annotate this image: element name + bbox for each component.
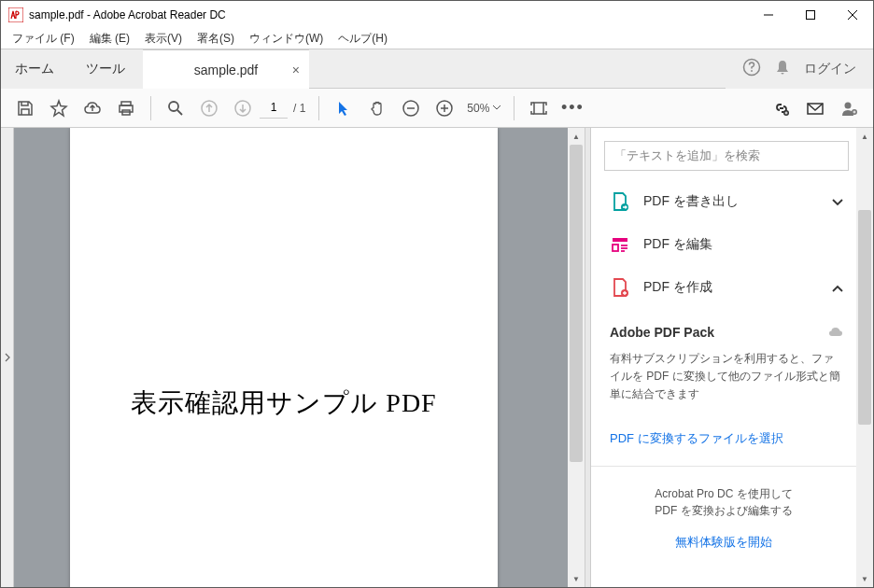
save-button[interactable]: [8, 90, 42, 127]
menu-help[interactable]: ヘルプ(H): [331, 29, 395, 49]
tab-file-label: sample.pdf: [194, 63, 258, 77]
page-total: / 1: [293, 102, 305, 115]
dots-icon: •••: [561, 98, 585, 118]
help-icon[interactable]: [742, 58, 761, 80]
tab-home[interactable]: ホーム: [1, 49, 68, 89]
left-panel-handle[interactable]: [1, 128, 14, 587]
promo-trial-link[interactable]: 無料体験版を開始: [600, 534, 847, 551]
fit-page-button[interactable]: [522, 90, 556, 127]
svg-rect-8: [120, 105, 133, 112]
chevron-up-icon: [832, 279, 843, 296]
cloud-small-icon: [828, 324, 843, 341]
zoom-out-button[interactable]: [394, 90, 428, 127]
panel-divider[interactable]: [585, 128, 591, 587]
menu-edit[interactable]: 編集 (E): [82, 29, 137, 49]
zoom-select[interactable]: 50%: [467, 102, 500, 115]
scroll-up-icon[interactable]: ▲: [568, 128, 585, 145]
document-viewer[interactable]: 表示確認用サンプル PDF: [14, 128, 568, 587]
svg-rect-19: [534, 103, 543, 114]
scroll-up-icon[interactable]: ▲: [856, 128, 873, 145]
share-link-button[interactable]: [765, 90, 798, 127]
panel-item-label: PDF を作成: [643, 279, 819, 296]
scroll-track[interactable]: [568, 145, 585, 570]
pack-title: Adobe PDF Pack: [610, 325, 714, 340]
minimize-button[interactable]: [747, 1, 789, 29]
scroll-track[interactable]: [856, 145, 873, 570]
login-link[interactable]: ログイン: [804, 61, 856, 77]
promo-text-2: PDF を変換および編集する: [600, 502, 847, 519]
email-button[interactable]: [798, 90, 832, 127]
create-pdf-icon: [610, 277, 630, 298]
zoom-in-button[interactable]: [428, 90, 461, 127]
more-tools-button[interactable]: •••: [556, 90, 589, 127]
tab-tool[interactable]: ツール: [68, 49, 143, 89]
viewer-scrollbar[interactable]: ▲ ▼: [568, 128, 585, 587]
svg-point-10: [169, 102, 178, 111]
tabs-row: ホーム ツール sample.pdf × ログイン: [1, 49, 873, 89]
svg-point-22: [845, 102, 852, 108]
svg-rect-26: [613, 245, 618, 251]
side-scrollbar[interactable]: ▲ ▼: [856, 128, 873, 587]
tools-search-input[interactable]: 「テキストを追加」を検索: [604, 141, 849, 171]
scroll-down-icon[interactable]: ▼: [856, 570, 873, 587]
side-panel: 「テキストを追加」を検索 PDF を書き出し PDF を編集 PDF を作成: [591, 128, 873, 587]
cloud-button[interactable]: [76, 90, 109, 127]
adobe-pdf-pack-section: Adobe PDF Pack 有料サブスクリプションを利用すると、ファイルを P…: [604, 324, 849, 447]
header-right-controls: ログイン: [726, 49, 873, 89]
menubar: ファイル (F) 編集 (E) 表示(V) 署名(S) ウィンドウ(W) ヘルプ…: [1, 29, 873, 49]
page-number-input[interactable]: [260, 98, 288, 119]
maximize-button[interactable]: [789, 1, 831, 29]
next-page-button[interactable]: [226, 90, 260, 127]
svg-rect-25: [613, 238, 627, 242]
panel-create-pdf[interactable]: PDF を作成: [604, 266, 849, 309]
tab-close-icon[interactable]: ×: [292, 63, 300, 77]
side-content: 「テキストを追加」を検索 PDF を書き出し PDF を編集 PDF を作成: [591, 128, 856, 587]
chevron-down-icon: [493, 105, 500, 110]
panel-item-label: PDF を書き出し: [643, 193, 819, 210]
pointer-tool[interactable]: [327, 90, 360, 127]
search-placeholder: 「テキストを追加」を検索: [614, 147, 760, 164]
scroll-thumb[interactable]: [570, 145, 583, 462]
menu-window[interactable]: ウィンドウ(W): [242, 29, 331, 49]
star-button[interactable]: [42, 90, 76, 127]
app-icon: [8, 7, 23, 22]
tabs-spacer: [309, 49, 726, 89]
promo-section: Acrobat Pro DC を使用して PDF を変換および編集する 無料体験…: [591, 466, 856, 566]
tab-file-active[interactable]: sample.pdf ×: [143, 49, 309, 89]
prev-page-button[interactable]: [192, 90, 226, 127]
menu-sign[interactable]: 署名(S): [190, 29, 242, 49]
print-button[interactable]: [109, 90, 143, 127]
toolbar: / 1 50% •••: [1, 89, 873, 128]
toolbar-separator: [150, 96, 151, 120]
close-button[interactable]: [831, 1, 873, 29]
content-area: 表示確認用サンプル PDF ▲ ▼ 「テキストを追加」を検索 PDF を書き出し…: [1, 128, 873, 587]
pdf-text: 表示確認用サンプル PDF: [70, 385, 498, 421]
panel-edit-pdf[interactable]: PDF を編集: [604, 223, 849, 266]
panel-export-pdf[interactable]: PDF を書き出し: [604, 180, 849, 223]
pdf-page: 表示確認用サンプル PDF: [70, 128, 498, 587]
bell-icon[interactable]: [774, 59, 791, 79]
pack-description: 有料サブスクリプションを利用すると、ファイルを PDF に変換して他のファイル形…: [610, 350, 843, 404]
svg-line-11: [177, 110, 182, 115]
scroll-down-icon[interactable]: ▼: [568, 570, 585, 587]
svg-rect-2: [806, 11, 814, 20]
share-person-button[interactable]: [832, 90, 866, 127]
window-controls: [747, 1, 873, 29]
panel-item-label: PDF を編集: [643, 236, 843, 253]
pack-select-file-link[interactable]: PDF に変換するファイルを選択: [610, 430, 843, 447]
titlebar: sample.pdf - Adobe Acrobat Reader DC: [1, 1, 873, 29]
svg-point-6: [751, 70, 753, 72]
export-pdf-icon: [610, 191, 630, 212]
find-button[interactable]: [159, 90, 192, 127]
window-title: sample.pdf - Adobe Acrobat Reader DC: [29, 8, 747, 21]
menu-view[interactable]: 表示(V): [137, 29, 190, 49]
edit-pdf-icon: [610, 234, 630, 255]
promo-text-1: Acrobat Pro DC を使用して: [600, 485, 847, 502]
toolbar-separator: [514, 96, 515, 120]
scroll-thumb[interactable]: [858, 210, 871, 425]
hand-tool[interactable]: [360, 90, 394, 127]
chevron-down-icon: [832, 193, 843, 210]
menu-file[interactable]: ファイル (F): [5, 29, 82, 49]
toolbar-separator: [318, 96, 319, 120]
